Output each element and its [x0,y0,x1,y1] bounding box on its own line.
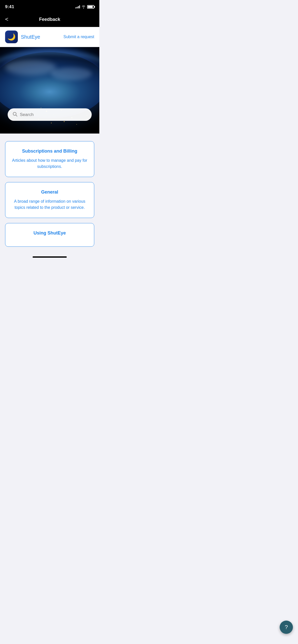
page-title: Feedback [39,17,60,22]
header-bar: 🌙 ShutEye Submit a request [0,27,99,47]
battery-icon [87,5,94,9]
submit-request-link[interactable]: Submit a request [63,35,94,39]
card-subscriptions-title: Subscriptions and Billing [11,149,88,154]
card-subscriptions-desc: Articles about how to manage and pay for… [11,157,88,170]
card-using-shuteye-title: Using ShutEye [11,230,88,236]
search-icon [13,112,17,117]
home-bar [33,256,67,258]
search-input[interactable] [20,112,87,117]
card-using-shuteye[interactable]: Using ShutEye [5,223,94,247]
wifi-icon [82,5,86,8]
nav-bar: < Feedback [0,13,99,27]
logo-emoji: 🌙 [7,33,16,41]
card-subscriptions[interactable]: Subscriptions and Billing Articles about… [5,141,94,177]
status-time: 9:41 [5,4,14,9]
app-logo-icon: 🌙 [5,31,18,43]
cloud-visual-2 [51,67,92,80]
hero-banner [0,47,99,134]
card-general-desc: A broad range of information on various … [11,198,88,211]
status-bar: 9:41 [0,0,99,13]
card-general-title: General [11,189,88,195]
card-general[interactable]: General A broad range of information on … [5,182,94,218]
home-indicator [0,254,99,259]
cloud-visual-1 [5,60,56,75]
status-icons [75,5,94,9]
svg-line-1 [16,115,17,116]
content-area: Subscriptions and Billing Articles about… [0,134,99,254]
signal-icon [75,5,80,8]
logo-area: 🌙 ShutEye [5,31,40,43]
back-button[interactable]: < [5,17,8,22]
search-overlay [8,108,92,121]
app-name: ShutEye [21,34,40,40]
search-bar[interactable] [8,108,92,121]
